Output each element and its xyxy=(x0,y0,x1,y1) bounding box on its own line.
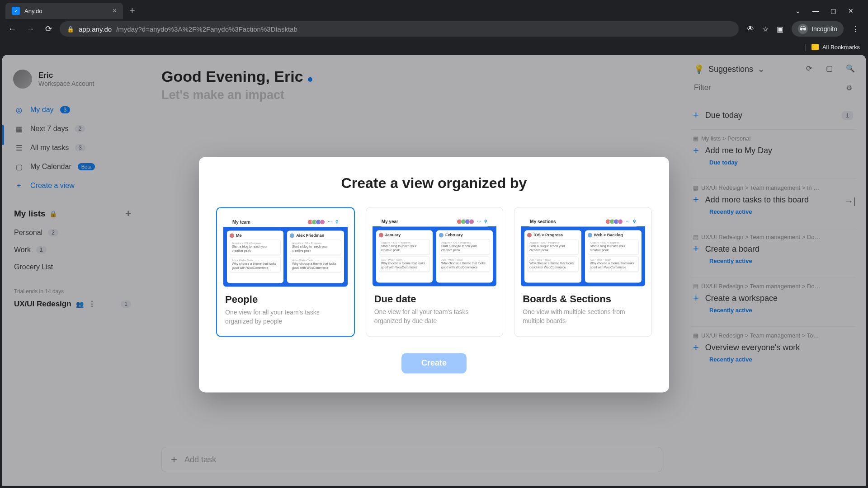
minimize-icon[interactable]: ― xyxy=(812,7,819,14)
browser-tab[interactable]: Any.do × xyxy=(5,3,123,19)
view-type-card[interactable]: My team⋯ ⚲ MeAcquire • iOS • ProgressSta… xyxy=(216,207,355,337)
close-window-icon[interactable]: ✕ xyxy=(848,7,854,14)
modal-title: Create a view organized by xyxy=(216,175,652,192)
card-preview: My team⋯ ⚲ MeAcquire • iOS • ProgressSta… xyxy=(223,214,348,286)
star-icon[interactable]: ☆ xyxy=(762,25,769,33)
favicon-icon xyxy=(12,7,20,15)
chevron-down-icon[interactable]: ⌄ xyxy=(795,7,801,14)
back-icon[interactable]: ← xyxy=(5,24,19,34)
toolbar-right: 👁 ☆ ▣ 🕶 Incognito ⋮ xyxy=(743,21,863,37)
create-view-modal: Create a view organized by My team⋯ ⚲ Me… xyxy=(199,157,669,392)
window-controls: ⌄ ― ▢ ✕ xyxy=(795,3,863,19)
reload-icon[interactable]: ⟳ xyxy=(42,24,55,34)
menu-icon[interactable]: ⋮ xyxy=(852,25,859,33)
tab-close-icon[interactable]: × xyxy=(113,7,117,15)
extensions-icon[interactable]: ▣ xyxy=(777,25,783,33)
view-type-cards: My team⋯ ⚲ MeAcquire • iOS • ProgressSta… xyxy=(216,207,652,337)
browser-chrome: Any.do × + ⌄ ― ▢ ✕ ← → ⟳ 🔒 app.any.do/my… xyxy=(0,0,868,55)
card-description: One view for all your team's tasks organ… xyxy=(223,308,348,326)
tab-title: Any.do xyxy=(24,8,42,14)
card-description: One view for all your team's tasks organ… xyxy=(373,308,497,325)
eye-off-icon[interactable]: 👁 xyxy=(747,25,754,33)
all-bookmarks-button[interactable]: All Bookmarks xyxy=(822,44,860,51)
url-input[interactable]: 🔒 app.any.do/myday?d=anydo%3A%2F%2Fanydo… xyxy=(60,21,739,37)
card-description: One view with multiple sections from mul… xyxy=(521,308,645,325)
card-title: Boards & Sections xyxy=(521,293,645,305)
incognito-icon: 🕶 xyxy=(798,24,808,34)
app-viewport: Eric Workspace Account ◎ My day 3 ▦ Next… xyxy=(2,55,866,486)
card-preview: My year⋯ ⚲ JanuaryAcquire • iOS • Progre… xyxy=(373,214,497,286)
folder-icon xyxy=(811,44,819,50)
card-preview: My sections⋯ ⚲ iOS > ProgressAcquire • i… xyxy=(521,214,645,286)
create-button[interactable]: Create xyxy=(401,353,467,374)
bookmarks-bar: │ All Bookmarks xyxy=(0,39,868,55)
card-title: People xyxy=(223,294,348,305)
new-tab-button[interactable]: + xyxy=(123,3,142,19)
incognito-label: Incognito xyxy=(811,25,837,33)
address-bar: ← → ⟳ 🔒 app.any.do/myday?d=anydo%3A%2F%2… xyxy=(0,19,868,39)
url-path: /myday?d=anydo%3A%2F%2Fanydo%3Faction%3D… xyxy=(116,25,297,33)
lock-icon: 🔒 xyxy=(67,26,74,33)
maximize-icon[interactable]: ▢ xyxy=(830,7,836,14)
card-title: Due date xyxy=(373,293,497,305)
forward-icon[interactable]: → xyxy=(24,24,37,34)
url-host: app.any.do xyxy=(79,25,112,33)
view-type-card[interactable]: My year⋯ ⚲ JanuaryAcquire • iOS • Progre… xyxy=(366,207,504,337)
view-type-card[interactable]: My sections⋯ ⚲ iOS > ProgressAcquire • i… xyxy=(514,207,652,337)
tab-strip: Any.do × + ⌄ ― ▢ ✕ xyxy=(0,0,868,19)
incognito-badge[interactable]: 🕶 Incognito xyxy=(792,21,844,37)
